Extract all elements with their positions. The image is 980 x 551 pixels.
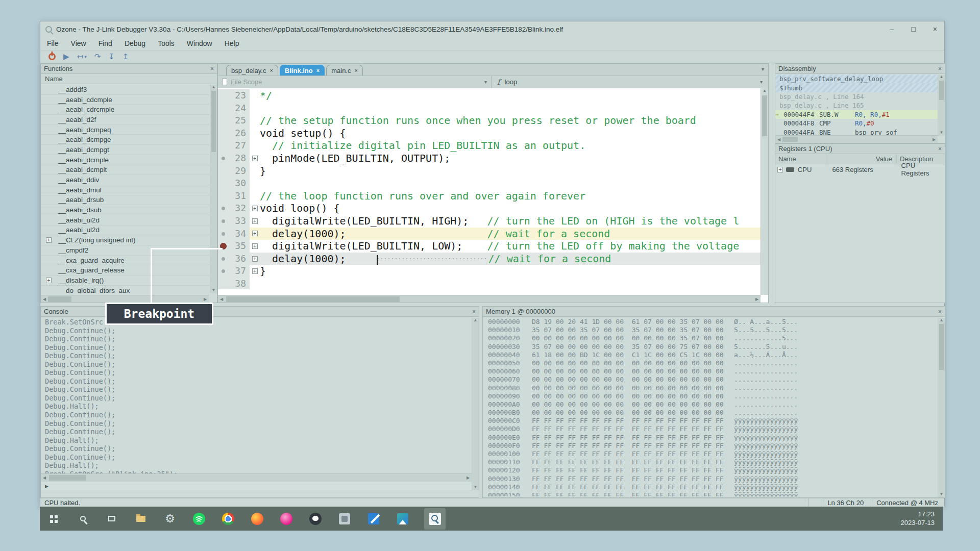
firefox-icon[interactable]: [250, 511, 265, 527]
close-icon[interactable]: ×: [938, 65, 942, 72]
code-line[interactable]: 23*/: [218, 89, 761, 102]
code-line[interactable]: 29}: [218, 165, 761, 178]
menu-window[interactable]: Window: [187, 39, 212, 47]
memory-row[interactable]: 00000120FF FF FF FF FF FF FF FF FF FF FF…: [483, 466, 938, 474]
function-dropdown[interactable]: f loop ▾: [492, 76, 768, 88]
breakpoint-gutter[interactable]: [218, 265, 229, 278]
close-icon[interactable]: ×: [938, 308, 942, 315]
code-line[interactable]: 25// the setup function runs once when y…: [218, 114, 761, 127]
chrome-icon[interactable]: [220, 511, 236, 527]
breakpoint-gutter[interactable]: [218, 202, 229, 215]
close-icon[interactable]: ×: [472, 308, 476, 315]
function-item[interactable]: __aeabi_dcmpge: [41, 135, 209, 145]
menu-file[interactable]: File: [47, 39, 59, 47]
breakpoint-gutter[interactable]: [218, 152, 229, 165]
line-marker-dot[interactable]: [222, 157, 225, 160]
function-item[interactable]: __aeabi_ui2d: [41, 215, 209, 226]
breakpoint-gutter[interactable]: [218, 215, 229, 228]
function-item[interactable]: __aeabi_dcmple: [41, 155, 209, 165]
fold-icon[interactable]: +: [252, 218, 258, 224]
memory-row[interactable]: 000000F0FF FF FF FF FF FF FF FF FF FF FF…: [483, 442, 938, 450]
disassembly-row[interactable]: 000044F8CMPR0, #0: [775, 119, 938, 128]
screenshot-tool-icon[interactable]: [337, 511, 352, 527]
expand-icon[interactable]: +: [46, 237, 52, 243]
memory-row[interactable]: 000000A000 00 00 00 00 00 00 00 00 00 00…: [483, 400, 938, 409]
disassembly-horizontal-scrollbar[interactable]: ◀▶: [775, 135, 938, 143]
function-item[interactable]: __aeabi_dcmplt: [41, 165, 209, 176]
line-marker-dot[interactable]: [222, 257, 225, 261]
close-icon[interactable]: ×: [354, 67, 357, 73]
code-line[interactable]: 31// the loop function runs over and ove…: [218, 190, 761, 203]
breakpoint-gutter[interactable]: [218, 190, 229, 203]
disassembly-row[interactable]: $Thumb: [775, 83, 938, 92]
code-line[interactable]: 33+ digitalWrite(LED_BUILTIN, HIGH); // …: [218, 215, 761, 228]
line-marker-dot[interactable]: [222, 269, 225, 273]
memory-row[interactable]: 0000004061 18 00 00 BD 1C 00 00 C1 1C 00…: [483, 351, 938, 359]
expand-icon[interactable]: +: [777, 167, 783, 172]
memory-row[interactable]: 0000008000 00 00 00 00 00 00 00 00 00 00…: [483, 384, 938, 392]
settings-icon[interactable]: ⚙: [162, 511, 178, 527]
memory-row[interactable]: 00000000D8 19 00 20 41 1D 00 00 61 07 00…: [483, 318, 938, 326]
function-item[interactable]: __aeabi_cdcmple: [41, 95, 209, 105]
memory-row[interactable]: 000000B000 00 00 00 00 00 00 00 00 00 00…: [483, 409, 938, 417]
chevron-down-icon[interactable]: ▾: [84, 54, 87, 59]
fold-icon[interactable]: +: [252, 256, 258, 262]
memory-row[interactable]: 000000D0FF FF FF FF FF FF FF FF FF FF FF…: [483, 425, 938, 433]
tab-bsp_delay.c[interactable]: bsp_delay.c×: [226, 65, 278, 76]
function-item[interactable]: __cxa_guard_release: [41, 265, 209, 276]
menu-tools[interactable]: Tools: [158, 39, 175, 47]
code-line[interactable]: 35+ digitalWrite(LED_BUILTIN, LOW); // t…: [218, 240, 761, 253]
console-horizontal-scrollbar[interactable]: ◀▶: [41, 473, 472, 481]
memory-row[interactable]: 0000003035 07 00 00 00 00 00 00 35 07 00…: [483, 343, 938, 351]
reset-button[interactable]: ↤▾: [77, 52, 87, 61]
task-view-icon[interactable]: [104, 511, 119, 527]
function-item[interactable]: __cxa_guard_acquire: [41, 256, 209, 266]
menu-debug[interactable]: Debug: [125, 39, 145, 47]
function-item[interactable]: __aeabi_dcmpeq: [41, 125, 209, 135]
expand-icon[interactable]: +: [46, 278, 52, 283]
breakpoint-gutter[interactable]: [218, 177, 229, 190]
breakpoint-gutter[interactable]: [218, 127, 229, 140]
close-icon[interactable]: ×: [270, 67, 273, 73]
memory-row[interactable]: 000000E0FF FF FF FF FF FF FF FF FF FF FF…: [483, 434, 938, 442]
function-item[interactable]: __aeabi_dmul: [41, 185, 209, 195]
disassembly-vertical-scrollbar[interactable]: ▲▼: [938, 74, 945, 136]
code-line[interactable]: 30: [218, 177, 761, 190]
image-viewer-icon[interactable]: [395, 511, 410, 527]
breakpoint-gutter[interactable]: [218, 253, 229, 265]
code-line[interactable]: 26void setup() {: [218, 127, 761, 140]
disassembly-row[interactable]: ⇒000044F4SUB.WR0, R0, #1: [775, 110, 938, 119]
tab-Blink.ino[interactable]: Blink.ino×: [280, 65, 325, 76]
function-item[interactable]: __aeabi_dsub: [41, 205, 209, 215]
code-line[interactable]: 24: [218, 102, 761, 115]
line-marker-dot[interactable]: [222, 219, 225, 223]
step-into-button[interactable]: ↧: [108, 52, 115, 61]
column-value[interactable]: Value: [826, 154, 897, 164]
breakpoint-gutter[interactable]: [218, 228, 229, 240]
disassembly-row[interactable]: 000044FABNEbsp_prv_sof: [775, 128, 938, 136]
minimize-button[interactable]: –: [890, 25, 894, 33]
function-item[interactable]: +__disable_irq(): [41, 276, 209, 286]
function-item[interactable]: +__CLZ(long unsigned int): [41, 235, 209, 245]
search-icon[interactable]: [75, 511, 90, 527]
magnifier-icon[interactable]: [424, 508, 446, 530]
tab-list-caret-icon[interactable]: ▾: [762, 66, 764, 72]
function-item[interactable]: __adddf3: [41, 85, 209, 95]
memory-row[interactable]: 0000002000 00 00 00 00 00 00 00 00 00 00…: [483, 334, 938, 342]
function-item[interactable]: __aeabi_ddiv: [41, 175, 209, 185]
line-marker-dot[interactable]: [222, 232, 225, 236]
function-item[interactable]: __aeabi_ul2d: [41, 226, 209, 236]
breakpoint-gutter[interactable]: [218, 114, 229, 127]
disassembly-row[interactable]: bsp_delay.c , Line 164: [775, 92, 938, 101]
title-bar[interactable]: Ozone - The J-Link Debugger V3.30a - C:/…: [40, 21, 944, 37]
function-item[interactable]: __aeabi_dcmpgt: [41, 145, 209, 155]
memory-row[interactable]: 00000130FF FF FF FF FF FF FF FF FF FF FF…: [483, 475, 938, 483]
disassembly-row[interactable]: bsp_delay.c , Line 165: [775, 101, 938, 110]
code-line[interactable]: 27 // initialize digital pin LED_BUILTIN…: [218, 139, 761, 152]
photos-icon[interactable]: [279, 511, 294, 527]
github-icon[interactable]: [308, 511, 323, 527]
menu-help[interactable]: Help: [225, 39, 239, 47]
close-icon[interactable]: ×: [938, 145, 942, 153]
memory-row[interactable]: 0000005000 00 00 00 00 00 00 00 00 00 00…: [483, 359, 938, 367]
taskbar-clock[interactable]: 17:23 2023-07-13: [901, 510, 935, 527]
